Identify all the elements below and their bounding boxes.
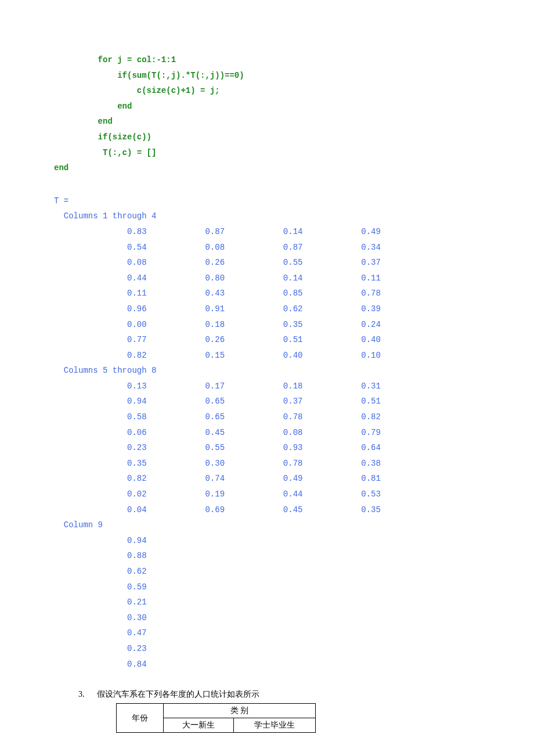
- code-line: if(sum(T(:,j).*T(:,j))==0): [78, 68, 511, 84]
- output-data-row: 0.35 0.30 0.78 0.38: [78, 456, 511, 471]
- output-data-block: 0.13 0.17 0.18 0.31 0.94 0.65 0.37 0.51 …: [78, 379, 511, 517]
- code-block: for j = col:-1:1 if(sum(T(:,j).*T(:,j))=…: [78, 52, 511, 176]
- output-data-row: 0.83 0.87 0.14 0.49: [78, 224, 511, 240]
- output-data-row: 0.06 0.45 0.08 0.79: [78, 425, 511, 441]
- output-data-row: 0.88: [78, 548, 511, 564]
- output-data-row: 0.47: [78, 625, 511, 641]
- output-data-row: 0.84: [78, 657, 511, 672]
- code-line: for j = col:-1:1: [78, 52, 511, 68]
- code-line: if(size(c)): [78, 129, 511, 145]
- output-data-row: 0.82 0.15 0.40 0.10: [78, 348, 511, 363]
- code-line: c(size(c)+1) = j;: [78, 83, 511, 99]
- output-data-row: 0.00 0.18 0.35 0.24: [78, 317, 511, 333]
- data-table: 年份 类 别 大一新生 学士毕业生: [116, 703, 316, 733]
- output-data-row: 0.62: [78, 564, 511, 579]
- output-data-block: 0.94 0.88 0.62 0.59 0.21 0.30 0.47 0.23 …: [78, 533, 511, 672]
- output-data-row: 0.96 0.91 0.62 0.39: [78, 301, 511, 317]
- question: 3. 假设汽车系在下列各年度的人口统计如表所示: [78, 689, 511, 700]
- output-data-row: 0.44 0.80 0.14 0.11: [78, 271, 511, 286]
- code-line: end: [78, 99, 511, 114]
- output-data-row: 0.02 0.19 0.44 0.53: [78, 487, 511, 502]
- output-header: Columns 1 through 4: [54, 208, 511, 224]
- table-header-year: 年份: [117, 704, 164, 733]
- question-text: 假设汽车系在下列各年度的人口统计如表所示: [97, 690, 259, 699]
- output-data-row: 0.23: [78, 641, 511, 657]
- output-data-row: 0.13 0.17 0.18 0.31: [78, 379, 511, 394]
- output-data-row: 0.04 0.69 0.45 0.35: [78, 502, 511, 518]
- output-data-row: 0.23 0.55 0.93 0.64: [78, 440, 511, 456]
- code-line: T(:,c) = []: [78, 145, 511, 161]
- table-header-graduate: 学士毕业生: [234, 718, 316, 733]
- output-data-block: 0.83 0.87 0.14 0.49 0.54 0.08 0.87 0.34 …: [78, 224, 511, 363]
- output-header: Column 9: [54, 517, 511, 533]
- table-header-category: 类 别: [164, 704, 316, 718]
- output-data-row: 0.82 0.74 0.49 0.81: [78, 471, 511, 487]
- output-data-row: 0.54 0.08 0.87 0.34: [78, 240, 511, 255]
- output-block: T = Columns 1 through 4 0.83 0.87 0.14 0…: [78, 193, 511, 672]
- question-number: 3.: [78, 690, 85, 699]
- output-data-row: 0.59: [78, 579, 511, 595]
- output-data-row: 0.77 0.26 0.51 0.40: [78, 332, 511, 348]
- output-data-row: 0.30: [78, 610, 511, 626]
- output-data-row: 0.11 0.43 0.85 0.78: [78, 286, 511, 301]
- output-header: Columns 5 through 8: [54, 363, 511, 379]
- output-data-row: 0.94: [78, 533, 511, 549]
- output-data-row: 0.94 0.65 0.37 0.51: [78, 394, 511, 409]
- code-line: end: [78, 114, 511, 129]
- output-data-row: 0.21: [78, 595, 511, 610]
- code-line-end: end: [54, 160, 511, 176]
- output-data-row: 0.58 0.65 0.78 0.82: [78, 409, 511, 425]
- table-header-freshman: 大一新生: [164, 718, 234, 733]
- output-var: T =: [54, 193, 511, 209]
- output-data-row: 0.08 0.26 0.55 0.37: [78, 255, 511, 271]
